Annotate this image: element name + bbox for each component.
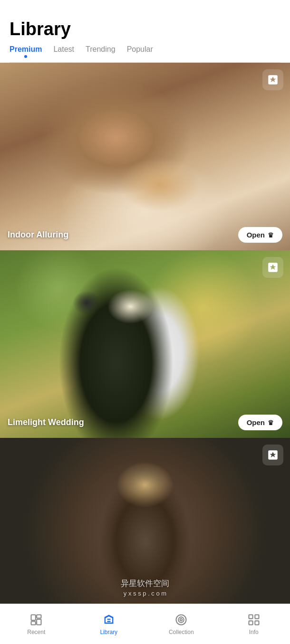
- card-person-3: [0, 438, 290, 625]
- svg-rect-2: [37, 615, 41, 618]
- card-limelight-wedding[interactable]: Limelight Wedding Open ♛: [0, 250, 290, 438]
- svg-point-4: [176, 615, 186, 625]
- svg-rect-3: [37, 619, 41, 625]
- card-bearded-man[interactable]: 异星软件空间 y x s s p . c o m: [0, 438, 290, 625]
- svg-rect-7: [249, 615, 252, 619]
- svg-rect-8: [255, 615, 259, 619]
- crown-icon-1: ♛: [268, 231, 274, 239]
- svg-rect-9: [249, 621, 252, 625]
- tab-premium[interactable]: Premium: [10, 45, 42, 57]
- tab-bar: Premium Latest Trending Popular: [10, 45, 280, 63]
- nav-label-info: Info: [249, 629, 259, 635]
- nav-item-collection[interactable]: Collection: [145, 613, 218, 635]
- premium-icon-2[interactable]: [262, 257, 283, 278]
- crown-icon-2: ♛: [268, 419, 274, 426]
- nav-item-recent[interactable]: Recent: [0, 613, 73, 635]
- nav-label-collection: Collection: [169, 629, 194, 635]
- card-indoor-alluring[interactable]: Indoor Alluring Open ♛: [0, 63, 290, 250]
- card-person-2: [0, 250, 290, 438]
- premium-icon-3[interactable]: [262, 445, 283, 465]
- nav-item-library[interactable]: Library: [73, 613, 145, 635]
- open-button-1[interactable]: Open ♛: [238, 227, 282, 243]
- svg-point-6: [180, 619, 183, 621]
- premium-icon-1[interactable]: [262, 69, 283, 90]
- card-person-1: [0, 63, 290, 250]
- card-label-1: Indoor Alluring: [8, 230, 68, 240]
- card-label-2: Limelight Wedding: [8, 417, 84, 427]
- card-footer-2: Limelight Wedding Open ♛: [8, 415, 282, 430]
- nav-label-library: Library: [100, 629, 117, 635]
- svg-rect-10: [255, 621, 259, 625]
- svg-rect-1: [31, 622, 36, 625]
- bottom-nav: Recent Library Collection: [0, 604, 290, 644]
- library-icon: [102, 613, 116, 627]
- page-title: Library: [10, 19, 280, 39]
- nav-item-info[interactable]: Info: [218, 613, 290, 635]
- collection-icon: [174, 613, 188, 627]
- tab-popular[interactable]: Popular: [127, 45, 153, 57]
- header: Library Premium Latest Trending Popular: [0, 0, 290, 63]
- card-footer-1: Indoor Alluring Open ♛: [8, 227, 282, 243]
- open-button-2[interactable]: Open ♛: [238, 415, 282, 430]
- watermark: 异星软件空间 y x s s p . c o m: [121, 578, 169, 597]
- recent-icon: [29, 613, 43, 627]
- info-icon: [247, 613, 261, 627]
- svg-rect-0: [31, 615, 36, 621]
- card-list: Indoor Alluring Open ♛ Limelight Wedding…: [0, 63, 290, 625]
- svg-point-5: [178, 617, 184, 623]
- tab-latest[interactable]: Latest: [53, 45, 74, 57]
- tab-trending[interactable]: Trending: [86, 45, 116, 57]
- nav-label-recent: Recent: [27, 629, 45, 635]
